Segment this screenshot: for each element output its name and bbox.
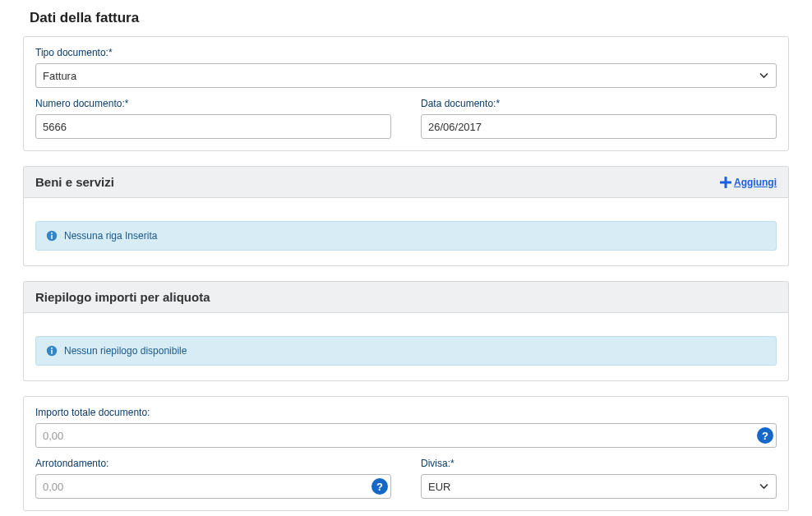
rounding-label: Arrotondamento: xyxy=(35,458,391,469)
goods-empty-alert: Nessuna riga Inserita xyxy=(35,221,777,251)
doc-type-select[interactable]: Fattura xyxy=(35,63,777,88)
add-row-label: Aggiungi xyxy=(734,177,777,188)
info-icon xyxy=(46,345,58,357)
doc-date-label: Data documento:* xyxy=(421,98,777,109)
invoice-data-panel: Tipo documento:* Fattura Numero document… xyxy=(23,36,789,151)
goods-section-title: Beni e servizi xyxy=(35,175,114,189)
page-title: Dati della fattura xyxy=(23,10,789,26)
total-amount-input[interactable] xyxy=(35,423,777,448)
currency-select[interactable]: EUR xyxy=(421,474,777,499)
info-icon xyxy=(46,230,58,242)
rounding-input[interactable] xyxy=(35,474,391,499)
goods-empty-text: Nessuna riga Inserita xyxy=(64,230,157,242)
help-icon[interactable]: ? xyxy=(757,427,773,444)
totals-panel: Importo totale documento: ? Arrotondamen… xyxy=(23,396,789,511)
summary-section-body: Nessun riepilogo disponibile xyxy=(23,313,789,381)
goods-section-body: Nessuna riga Inserita xyxy=(23,198,789,266)
help-icon[interactable]: ? xyxy=(371,478,388,495)
summary-empty-alert: Nessun riepilogo disponibile xyxy=(35,336,777,366)
total-amount-label: Importo totale documento: xyxy=(35,407,777,418)
goods-section-header: Beni e servizi Aggiungi xyxy=(23,166,789,198)
doc-number-input[interactable] xyxy=(35,114,391,139)
svg-point-5 xyxy=(51,348,53,349)
svg-point-2 xyxy=(51,233,53,234)
add-row-link[interactable]: Aggiungi xyxy=(720,177,777,188)
svg-rect-4 xyxy=(51,350,53,354)
summary-section-header: Riepilogo importi per aliquota xyxy=(23,281,789,313)
doc-number-label: Numero documento:* xyxy=(35,98,391,109)
summary-section-title: Riepilogo importi per aliquota xyxy=(35,290,210,304)
doc-type-label: Tipo documento:* xyxy=(35,47,777,58)
svg-rect-1 xyxy=(51,235,53,239)
summary-empty-text: Nessun riepilogo disponibile xyxy=(64,345,187,357)
plus-icon xyxy=(720,177,731,188)
doc-date-input[interactable] xyxy=(421,114,777,139)
currency-label: Divisa:* xyxy=(421,458,777,469)
